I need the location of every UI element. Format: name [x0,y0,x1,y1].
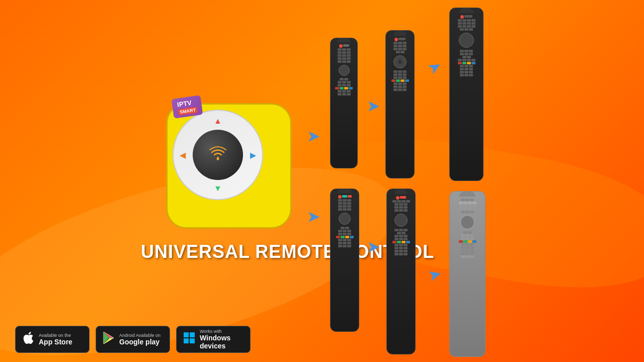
arrow-left-btn: ◀ [180,150,186,160]
app-icon: IPTV SMART ▲ ▼ ◀ ▶ [166,103,292,229]
googleplay-main-text: Google play [119,338,160,346]
arrow-right-btn: ▶ [250,150,256,160]
remote-4 [330,189,359,332]
svg-point-0 [217,158,219,160]
svg-rect-6 [184,332,189,337]
svg-rect-8 [184,338,189,343]
windows-main-text: Windows devices [200,334,243,350]
appstore-main-text: App Store [39,338,72,346]
svg-rect-9 [190,338,195,343]
arrow-up-btn: ▲ [214,117,222,126]
googleplay-top-text: Android Available on [119,333,160,338]
store-badges: Available on the App Store Android Avail… [15,326,251,353]
appstore-badge[interactable]: Available on the App Store [15,326,90,353]
remote-2 [385,30,415,178]
windows-top-text: Works with [200,329,243,334]
windows-badge[interactable]: Works with Windows devices [176,326,251,353]
arrow-to-remote-1: ➤ [307,128,319,145]
appstore-text: Available on the App Store [39,333,72,346]
windows-text: Works with Windows devices [200,329,243,350]
windows-icon [184,332,195,346]
remote-5 [386,189,416,354]
googleplay-badge[interactable]: Android Available on Google play [96,326,170,353]
iptv-label: IPTV [177,99,192,109]
googleplay-text: Android Available on Google play [119,333,160,346]
center-circle [193,130,243,180]
arrow-to-remote-3: ➤ [425,57,443,77]
main-area: IPTV SMART ▲ ▼ ◀ ▶ [0,0,644,362]
svg-rect-7 [190,332,195,337]
remote-1 [330,38,358,168]
remote-6 [449,191,486,357]
arrow-to-remote-2: ➤ [367,98,379,115]
remote-circle: ▲ ▼ ◀ ▶ [173,110,263,200]
appstore-top-text: Available on the [39,333,72,338]
arrow-down-btn: ▼ [214,184,222,193]
arrow-to-remote-4: ➤ [307,209,319,225]
apple-icon [23,331,34,347]
wifi-icon [208,145,227,164]
remote-3 [449,8,484,181]
arrow-to-remote-5: ➤ [367,239,379,255]
android-icon [103,332,114,347]
